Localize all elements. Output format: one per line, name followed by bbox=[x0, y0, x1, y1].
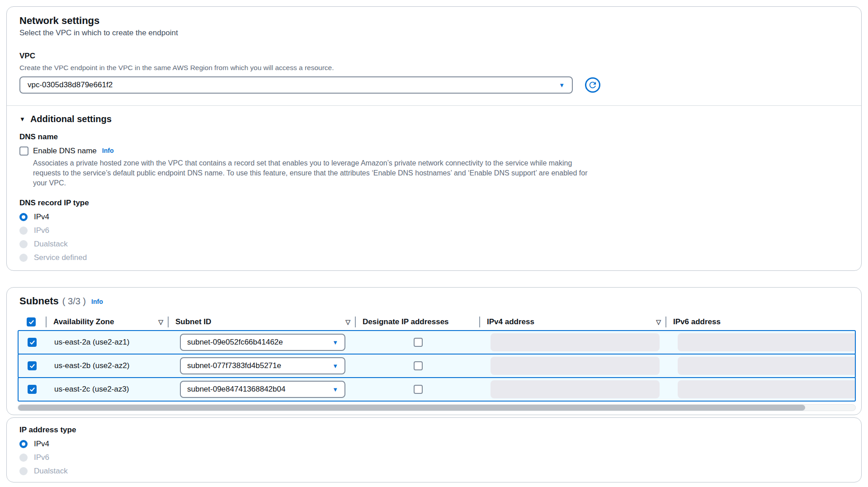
enable-dns-name-checkbox[interactable] bbox=[19, 147, 28, 156]
ipv6-address-input-disabled bbox=[678, 380, 855, 398]
radio-option-ipv4[interactable]: IPv4 bbox=[19, 212, 849, 222]
availability-zone-cell: us-east-2c (use2-az3) bbox=[47, 378, 169, 401]
radio-option-label: IPv4 bbox=[34, 213, 49, 222]
page-subtitle: Select the VPC in which to create the en… bbox=[19, 28, 849, 38]
chevron-down-icon: ▼ bbox=[332, 387, 338, 392]
subnets-info-link[interactable]: Info bbox=[91, 298, 103, 305]
refresh-icon bbox=[585, 88, 601, 95]
ip-address-type-group: IPv4 IPv6 Dualstack bbox=[19, 439, 849, 477]
radio-selected-icon bbox=[19, 440, 28, 448]
subnet-id-select[interactable]: subnet-09e052fc66b41462e ▼ bbox=[180, 334, 345, 351]
radio-option-label: Service defined bbox=[34, 253, 87, 262]
subnets-card: Subnets ( 3/3 ) Info Availability Zone ▽… bbox=[6, 287, 862, 415]
header-designate-ip: Designate IP addresses bbox=[355, 314, 479, 330]
section-divider bbox=[7, 105, 861, 106]
scrollbar-thumb[interactable] bbox=[18, 405, 805, 411]
radio-option-label: Dualstack bbox=[34, 467, 68, 476]
ipv6-address-input-disabled bbox=[678, 357, 855, 375]
designate-ip-checkbox[interactable] bbox=[414, 361, 423, 370]
sort-icon[interactable]: ▽ bbox=[656, 318, 661, 326]
dns-name-label: DNS name bbox=[19, 132, 849, 142]
dns-record-ip-type-label: DNS record IP type bbox=[19, 198, 849, 208]
dns-name-info-link[interactable]: Info bbox=[102, 147, 114, 154]
availability-zone-cell: us-east-2b (use2-az2) bbox=[47, 355, 169, 377]
availability-zone-cell: us-east-2a (use2-az1) bbox=[47, 331, 169, 354]
table-row: us-east-2b (use2-az2) subnet-077f7383fd4… bbox=[18, 354, 856, 378]
designate-ip-checkbox[interactable] bbox=[414, 338, 423, 347]
header-ipv6-address: IPv6 address bbox=[665, 314, 856, 330]
vpc-label: VPC bbox=[19, 51, 849, 61]
radio-option-dualstack: Dualstack bbox=[19, 466, 849, 477]
ip-address-type-card: IP address type IPv4 IPv6 Dualstack bbox=[6, 417, 862, 482]
column-label: IPv6 address bbox=[673, 317, 721, 326]
designate-ip-checkbox[interactable] bbox=[414, 385, 423, 394]
caret-down-icon: ▼ bbox=[19, 116, 25, 123]
page-title: Network settings bbox=[19, 15, 849, 27]
ip-address-type-label: IP address type bbox=[19, 425, 849, 435]
radio-option-label: IPv4 bbox=[34, 440, 49, 449]
radio-option-ipv6: IPv6 bbox=[19, 452, 849, 463]
subnets-table-header: Availability Zone ▽ Subnet ID ▽ Designat… bbox=[18, 314, 856, 330]
radio-option-dualstack: Dualstack bbox=[19, 239, 849, 250]
column-label: IPv4 address bbox=[487, 317, 534, 326]
enable-dns-name-checkbox-label: Enable DNS name bbox=[33, 147, 97, 156]
additional-settings-title: Additional settings bbox=[30, 113, 112, 125]
row-checkbox[interactable] bbox=[28, 385, 37, 394]
header-subnet-id: Subnet ID ▽ bbox=[168, 314, 355, 330]
row-checkbox[interactable] bbox=[28, 338, 37, 347]
column-label: Subnet ID bbox=[175, 317, 211, 326]
subnets-table-body: us-east-2a (use2-az1) subnet-09e052fc66b… bbox=[18, 330, 856, 402]
additional-settings-toggle[interactable]: ▼ Additional settings bbox=[19, 113, 849, 125]
column-label: Availability Zone bbox=[53, 317, 114, 326]
header-select-cell bbox=[18, 314, 46, 330]
radio-disabled-icon bbox=[19, 467, 28, 475]
subnets-title: Subnets bbox=[19, 295, 59, 307]
row-checkbox[interactable] bbox=[28, 361, 37, 370]
radio-option-label: Dualstack bbox=[34, 240, 68, 249]
vpc-description: Create the VPC endpoint in the VPC in th… bbox=[19, 63, 849, 73]
ipv4-address-input-disabled bbox=[491, 333, 660, 351]
subnet-id-select[interactable]: subnet-077f7383fd4b5271e ▼ bbox=[180, 357, 345, 374]
chevron-down-icon: ▼ bbox=[332, 363, 338, 369]
subnet-id-value: subnet-077f7383fd4b5271e bbox=[187, 361, 281, 370]
header-ipv4-address: IPv4 address ▽ bbox=[479, 314, 665, 330]
ipv4-address-input-disabled bbox=[491, 380, 660, 398]
header-availability-zone: Availability Zone ▽ bbox=[46, 314, 168, 330]
ipv4-address-input-disabled bbox=[491, 357, 660, 375]
radio-disabled-icon bbox=[19, 454, 28, 462]
table-row: us-east-2c (use2-az3) subnet-09e84741368… bbox=[18, 377, 856, 402]
horizontal-scrollbar bbox=[18, 404, 856, 411]
vpc-select[interactable]: vpc-0305d38d879e661f2 ▼ bbox=[19, 76, 573, 94]
sort-icon[interactable]: ▽ bbox=[345, 318, 350, 326]
vpc-select-value: vpc-0305d38d879e661f2 bbox=[28, 80, 113, 90]
radio-option-label: IPv6 bbox=[34, 226, 49, 235]
subnet-id-select[interactable]: subnet-09e84741368842b04 ▼ bbox=[180, 381, 345, 398]
network-settings-card: Network settings Select the VPC in which… bbox=[6, 6, 862, 271]
radio-selected-icon bbox=[19, 213, 28, 221]
table-row: us-east-2a (use2-az1) subnet-09e052fc66b… bbox=[18, 330, 856, 355]
refresh-button[interactable] bbox=[585, 77, 601, 93]
column-label: Designate IP addresses bbox=[363, 317, 449, 326]
subnets-title-row: Subnets ( 3/3 ) Info bbox=[19, 295, 856, 307]
ipv6-address-input-disabled bbox=[678, 333, 855, 351]
subnets-count: ( 3/3 ) bbox=[62, 296, 86, 307]
radio-disabled-icon bbox=[19, 227, 28, 235]
radio-option-service-defined: Service defined bbox=[19, 252, 849, 263]
subnet-id-value: subnet-09e84741368842b04 bbox=[187, 385, 285, 394]
radio-option-ipv4[interactable]: IPv4 bbox=[19, 439, 849, 449]
radio-option-ipv6: IPv6 bbox=[19, 225, 849, 236]
radio-disabled-icon bbox=[19, 240, 28, 248]
radio-disabled-icon bbox=[19, 254, 28, 262]
chevron-down-icon: ▼ bbox=[332, 340, 338, 345]
chevron-down-icon: ▼ bbox=[559, 82, 565, 88]
sort-icon[interactable]: ▽ bbox=[158, 318, 163, 326]
vpc-select-row: vpc-0305d38d879e661f2 ▼ bbox=[19, 73, 849, 94]
enable-dns-name-row: Enable DNS name Info bbox=[19, 146, 849, 156]
subnet-id-value: subnet-09e052fc66b41462e bbox=[187, 338, 283, 347]
select-all-checkbox[interactable] bbox=[27, 317, 36, 326]
dns-record-ip-type-group: IPv4 IPv6 Dualstack Service defined bbox=[19, 212, 849, 263]
dns-name-description: Associates a private hosted zone with th… bbox=[33, 158, 597, 188]
radio-option-label: IPv6 bbox=[34, 453, 49, 462]
